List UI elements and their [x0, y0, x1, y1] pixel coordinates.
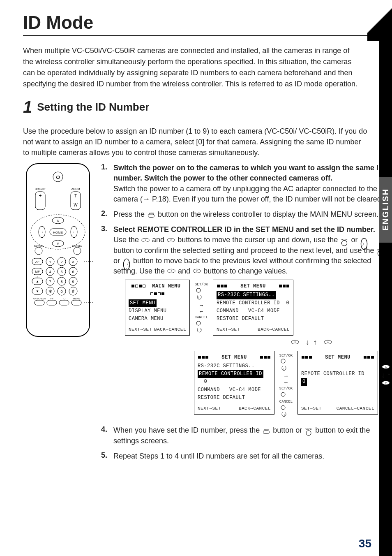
svg-text:+: + [39, 193, 42, 199]
osd-set1-i0: RS-232C SETTINGS.. [217, 291, 276, 299]
svg-point-101 [281, 405, 285, 410]
svg-text:∨: ∨ [385, 382, 387, 384]
s3i: buttons to change values. [203, 267, 288, 275]
svg-text:HOME: HOME [53, 231, 63, 234]
svg-text:W: W [74, 203, 78, 207]
svg-text:5: 5 [60, 270, 62, 274]
down-oval-icon: ∨ [192, 269, 201, 274]
step-number: 2. [101, 209, 110, 220]
svg-point-76 [342, 240, 347, 246]
down-oval-icon: ∨ [166, 238, 175, 243]
svg-text:∧: ∧ [57, 219, 59, 222]
svg-text:∧: ∧ [385, 366, 387, 368]
svg-text:SET/OK: SET/OK [341, 238, 348, 240]
step-1-sub: Switch the power to a camera off by unpl… [113, 185, 383, 203]
svg-text:〈: 〈 [198, 329, 201, 333]
osd-set1-foot-r: BACK→CANCEL [258, 326, 290, 334]
svg-text:∨: ∨ [57, 242, 59, 246]
step-1-head: Switch the power on to the cameras to wh… [113, 164, 384, 182]
svg-text:▲: ▲ [36, 280, 39, 283]
svg-rect-64 [59, 300, 69, 305]
osd-set-menu-1: SET MENU RS-232C SETTINGS.. REMOTE CONTR… [213, 280, 293, 336]
osd-set1-i1: REMOTE CONTROLLER ID [217, 300, 280, 306]
svg-text:∞: ∞ [37, 276, 38, 278]
step-4-a: When you have set the ID number, press t… [113, 426, 262, 434]
step-5-head: Repeat Steps 1 to 4 until ID numbers are… [113, 451, 324, 461]
page-title: ID Mode [23, 12, 376, 33]
svg-text:∨: ∨ [196, 270, 198, 272]
osd-main-foot-l: NEXT→SET [129, 326, 152, 334]
section-rule [23, 119, 375, 119]
svg-text:BRIGHT: BRIGHT [35, 188, 46, 190]
section-title: Setting the ID Number [37, 101, 149, 114]
menu-button-icon: MENU [147, 212, 156, 218]
svg-text:T: T [74, 194, 77, 198]
svg-text:〈: 〈 [125, 262, 129, 267]
osd-main-item-1: DISPLAY MENU [129, 307, 186, 315]
svg-text:MF: MF [35, 270, 40, 273]
menu-button-icon: MENU [262, 428, 271, 434]
svg-text:〈: 〈 [40, 231, 44, 234]
svg-text:∧: ∧ [171, 270, 172, 272]
svg-point-97 [281, 359, 285, 363]
up-oval-icon: ∧ [141, 238, 150, 243]
step-number: 3. [101, 225, 110, 419]
svg-text:MENU: MENU [149, 212, 154, 214]
osd-set2-i3: RESTORE DEFAULT [198, 394, 271, 402]
page-number: 35 [359, 537, 371, 550]
svg-text:0: 0 [60, 290, 62, 294]
step-5: 5. Repeat Steps 1 to 4 until ID numbers … [101, 451, 391, 461]
svg-text:∨: ∨ [294, 341, 295, 343]
s3a: Use the [113, 236, 141, 244]
svg-text:3: 3 [72, 260, 74, 264]
svg-text:ID: ID [63, 297, 66, 300]
svg-point-23 [35, 247, 42, 255]
nav-legend-2: SET/OK 〉 ⟶ ⟵ SET/OK CANCEL 〈 [278, 351, 294, 420]
left-oval-icon: 〈 [122, 258, 131, 264]
svg-text:SET/OK: SET/OK [34, 245, 43, 247]
osd-set1-i2-v: VC-C4 MODE [248, 308, 280, 314]
intro-paragraph: When multiple VC-C50i/VC-C50iR cameras a… [23, 45, 360, 90]
svg-text:CANCEL: CANCEL [305, 429, 313, 431]
svg-text:ON SCREEN: ON SCREEN [33, 297, 46, 300]
svg-text:#: # [72, 289, 74, 294]
osd-set1-i2: COMMAND [217, 308, 239, 314]
svg-rect-60 [35, 300, 44, 305]
s3d: or [351, 236, 360, 244]
osd-set1-title: SET MENU [240, 283, 266, 289]
svg-text:1: 1 [49, 260, 51, 264]
up-oval-icon: ∧ [167, 269, 176, 274]
svg-text:CANCEL: CANCEL [72, 245, 83, 247]
svg-text:Fn: Fn [50, 297, 53, 300]
svg-rect-70 [148, 214, 154, 218]
svg-point-100 [281, 392, 285, 396]
osd-set3-foot-l: SET→SET [301, 405, 322, 412]
osd-set2-i0: RS-232C SETTINGS.. [198, 362, 271, 370]
svg-text:MENU: MENU [73, 297, 80, 300]
osd-main-item-2: CAMERA MENU [129, 315, 186, 323]
title-rule [23, 35, 368, 36]
svg-text:–: – [39, 202, 42, 208]
step-2-head-b: button on the wireless controller to dis… [158, 210, 378, 218]
svg-text:∧: ∧ [327, 341, 329, 343]
s3e: button to confirm the selected setting a… [113, 246, 376, 255]
step-number: 4. [101, 425, 110, 446]
right-oval-icon: 〉 [360, 238, 369, 243]
svg-text:〉: 〉 [282, 367, 286, 371]
osd-set1-i1-v: 0 [286, 300, 289, 306]
osd-set2-i1: REMOTE CONTROLLER ID [198, 370, 263, 378]
svg-point-87 [196, 288, 201, 292]
svg-text:〉: 〉 [362, 241, 367, 246]
osd-set3-value: 0 [301, 378, 307, 386]
step-2: 2. Press the MENU button on the wireless… [101, 209, 391, 220]
svg-text:∧: ∧ [145, 239, 146, 241]
osd-set-menu-3: SET MENU REMOTE CONTROLLER ID 0 SET→SET … [297, 351, 378, 415]
corner-notch [367, 0, 392, 41]
value-updown-icons: ∧ ↓ ↑ ∨ [381, 351, 391, 400]
cancel-circle-icon: CANCEL [304, 428, 313, 434]
s3b: and [152, 236, 166, 244]
svg-point-90 [196, 321, 201, 325]
svg-point-25 [74, 247, 81, 255]
setok-circle-icon: SET/OK [340, 238, 349, 243]
svg-text:∨: ∨ [170, 239, 172, 241]
